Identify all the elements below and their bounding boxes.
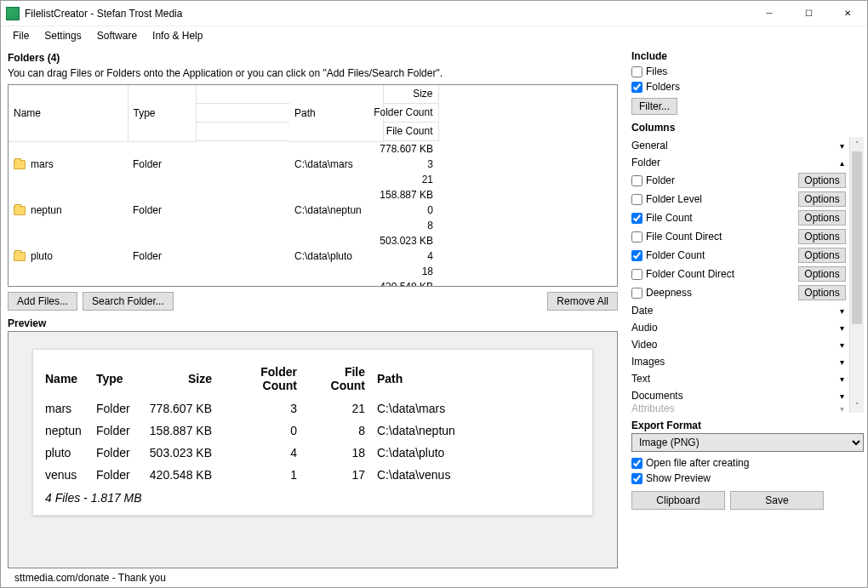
menu-settings[interactable]: Settings <box>37 28 88 43</box>
column-options-button[interactable]: Options <box>798 285 846 300</box>
column-options-button[interactable]: Options <box>798 229 846 244</box>
menu-software[interactable]: Software <box>90 28 144 43</box>
columns-heading: Columns <box>631 122 864 134</box>
column-category-attributes[interactable]: Attributes▾ <box>631 404 846 413</box>
include-files-checkbox[interactable] <box>631 66 642 77</box>
caret-down-icon: ▾ <box>834 141 846 151</box>
export-heading: Export Format <box>631 420 864 431</box>
include-files-row[interactable]: Files <box>631 64 864 79</box>
preview-row: plutoFolder503.023 KB418C:\data\pluto <box>45 442 467 464</box>
clipboard-button[interactable]: Clipboard <box>631 491 725 510</box>
column-option-label: Folder Level <box>646 193 795 205</box>
folder-icon <box>14 252 26 261</box>
category-label: Documents <box>631 390 834 402</box>
column-checkbox[interactable] <box>631 175 642 186</box>
menu-info-help[interactable]: Info & Help <box>146 28 209 43</box>
show-preview-label: Show Preview <box>646 472 711 484</box>
column-option-label: Folder <box>646 174 795 186</box>
open-after-checkbox[interactable] <box>631 458 642 469</box>
preview-row: venusFolder420.548 KB117C:\data\venus <box>45 464 467 486</box>
show-preview-checkbox[interactable] <box>631 473 642 484</box>
column-checkbox[interactable] <box>631 269 642 280</box>
column-category-folder[interactable]: Folder▴ <box>631 154 846 171</box>
caret-up-icon: ▴ <box>834 158 846 168</box>
columns-scrollbar[interactable]: ˄ ˅ <box>849 137 864 413</box>
filter-button[interactable]: Filter... <box>631 98 677 115</box>
column-options-button[interactable]: Options <box>798 191 846 207</box>
column-category-text[interactable]: Text▾ <box>631 370 846 387</box>
titlebar: FilelistCreator - Stefan Trost Media ─ ☐… <box>1 1 867 26</box>
include-folders-row[interactable]: Folders <box>631 79 864 94</box>
search-folder-button[interactable]: Search Folder... <box>83 292 174 311</box>
column-option-row[interactable]: File CountOptions <box>631 208 846 227</box>
category-label: Audio <box>631 322 834 334</box>
category-label: Images <box>631 356 834 368</box>
column-options-button[interactable]: Options <box>798 173 846 188</box>
preview-col-name: Name <box>45 360 96 397</box>
remove-all-button[interactable]: Remove All <box>547 292 618 311</box>
column-option-row[interactable]: FolderOptions <box>631 171 846 190</box>
preview-row: neptunFolder158.887 KB08C:\data\neptun <box>45 420 467 442</box>
close-button[interactable]: ✕ <box>828 1 867 26</box>
column-option-label: Deepness <box>646 287 795 299</box>
preview-col-size: Size <box>147 360 224 397</box>
column-checkbox[interactable] <box>631 194 642 205</box>
export-format-select[interactable]: Image (PNG) <box>631 433 864 452</box>
save-button[interactable]: Save <box>730 491 824 510</box>
column-option-row[interactable]: Folder LevelOptions <box>631 190 846 208</box>
column-category-images[interactable]: Images▾ <box>631 353 846 370</box>
column-checkbox[interactable] <box>631 213 642 224</box>
caret-down-icon: ▾ <box>834 340 846 350</box>
column-option-row[interactable]: File Count DirectOptions <box>631 227 846 246</box>
column-option-row[interactable]: Folder Count DirectOptions <box>631 265 846 283</box>
menu-file[interactable]: File <box>6 28 36 43</box>
caret-down-icon: ▾ <box>834 306 846 316</box>
preview-col-path: Path <box>377 360 467 397</box>
scroll-down-icon[interactable]: ˅ <box>850 398 864 413</box>
column-category-video[interactable]: Video▾ <box>631 336 846 353</box>
column-category-general[interactable]: General▾ <box>631 137 846 154</box>
column-options-button[interactable]: Options <box>798 248 846 263</box>
scroll-thumb[interactable] <box>852 151 862 324</box>
category-label: Attributes <box>631 404 834 413</box>
category-label: Text <box>631 373 834 385</box>
add-files-button[interactable]: Add Files... <box>8 292 77 311</box>
caret-down-icon: ▾ <box>834 374 846 384</box>
preview-sheet: Name Type Size Folder Count File Count P… <box>32 349 593 516</box>
column-checkbox[interactable] <box>631 231 642 243</box>
open-after-label: Open file after creating <box>646 457 749 469</box>
column-option-label: Folder Count <box>646 249 795 261</box>
preview-col-folder-count: Folder Count <box>224 360 309 397</box>
folder-icon <box>14 160 26 169</box>
column-option-row[interactable]: Folder CountOptions <box>631 246 846 265</box>
table-row[interactable]: venusFolder420.548 KB117C:\data\venus <box>9 279 617 287</box>
column-options-button[interactable]: Options <box>798 210 846 225</box>
column-option-label: File Count <box>646 212 795 224</box>
preview-heading: Preview <box>8 317 618 329</box>
col-name[interactable]: Name <box>9 85 128 141</box>
column-option-label: File Count Direct <box>646 231 795 243</box>
col-type[interactable]: Type <box>128 85 196 141</box>
minimize-button[interactable]: ─ <box>750 1 789 26</box>
include-folders-label: Folders <box>646 81 680 93</box>
column-category-date[interactable]: Date▾ <box>631 302 846 319</box>
table-row[interactable]: marsFolder778.607 KB321C:\data\mars <box>9 141 617 187</box>
column-option-label: Folder Count Direct <box>646 268 795 280</box>
table-row[interactable]: neptunFolder158.887 KB08C:\data\neptun <box>9 187 617 233</box>
open-after-row[interactable]: Open file after creating <box>631 455 864 471</box>
column-category-audio[interactable]: Audio▾ <box>631 319 846 336</box>
column-checkbox[interactable] <box>631 288 642 299</box>
menubar: File Settings Software Info & Help <box>1 26 867 45</box>
table-row[interactable]: plutoFolder503.023 KB418C:\data\pluto <box>9 233 617 279</box>
column-checkbox[interactable] <box>631 250 642 261</box>
include-folders-checkbox[interactable] <box>631 82 642 93</box>
scroll-up-icon[interactable]: ˄ <box>850 137 864 151</box>
include-files-label: Files <box>646 66 667 77</box>
caret-down-icon: ▾ <box>834 391 846 401</box>
column-option-row[interactable]: DeepnessOptions <box>631 283 846 302</box>
column-category-documents[interactable]: Documents▾ <box>631 387 846 404</box>
show-preview-row[interactable]: Show Preview <box>631 471 864 486</box>
column-options-button[interactable]: Options <box>798 266 846 282</box>
folder-icon <box>14 206 26 215</box>
maximize-button[interactable]: ☐ <box>789 1 828 26</box>
